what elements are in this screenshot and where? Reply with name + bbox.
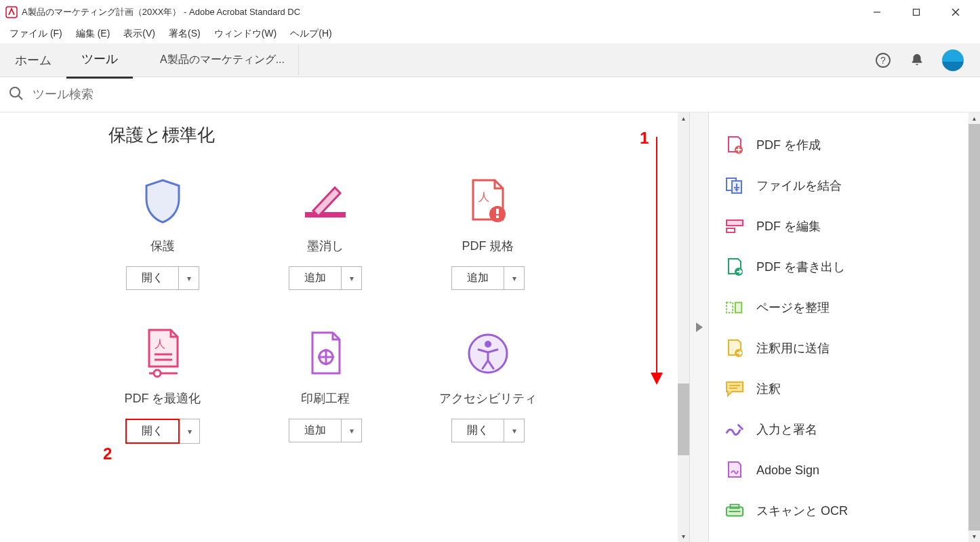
svg-rect-13 — [496, 215, 499, 218]
scan-ocr-icon — [725, 501, 744, 520]
panel-collapse-button[interactable] — [690, 112, 709, 542]
scroll-up-arrow[interactable]: ▴ — [678, 112, 689, 124]
rpanel-scrollbar[interactable]: ▴ ▾ — [968, 112, 980, 542]
send-for-comments-icon — [725, 339, 744, 358]
rpanel-fill-sign-label: 入力と署名 — [756, 421, 817, 438]
tool-print-add-button[interactable]: 追加 — [289, 419, 342, 442]
acrobat-app-icon — [5, 6, 18, 18]
rpanel-send-comments[interactable]: 注釈用に送信 — [714, 328, 975, 369]
svg-rect-33 — [727, 228, 735, 232]
tool-print-label: 印刷工程 — [301, 390, 350, 406]
rpanel-adobe-sign[interactable]: Adobe Sign — [714, 450, 975, 491]
tool-redact: 墨消し 追加 ▾ — [244, 174, 407, 290]
account-avatar[interactable] — [942, 49, 964, 71]
rpanel-combine-label: ファイルを結合 — [756, 178, 842, 194]
tool-print-dropdown[interactable]: ▾ — [342, 419, 362, 442]
edit-pdf-icon — [725, 217, 744, 236]
menu-view[interactable]: 表示(V) — [117, 25, 162, 43]
svg-marker-25 — [696, 322, 703, 332]
svg-rect-36 — [735, 303, 741, 313]
svg-text:?: ? — [880, 55, 886, 66]
tool-accessibility: アクセシビリティ 開く ▾ — [407, 327, 569, 444]
scroll-down-arrow[interactable]: ▾ — [678, 530, 689, 542]
rpanel-scroll-down[interactable]: ▾ — [968, 530, 980, 542]
title-bar: A製品のマーケティング計画（20XX年） - Adobe Acrobat Sta… — [0, 0, 980, 24]
tool-redact-label: 墨消し — [307, 238, 344, 254]
rpanel-scroll-thumb[interactable] — [968, 124, 980, 530]
adobe-sign-icon — [725, 461, 744, 480]
menu-bar: ファイル (F) 編集 (E) 表示(V) 署名(S) ウィンドウ(W) ヘルプ… — [0, 24, 980, 43]
help-icon[interactable]: ? — [874, 51, 892, 69]
maximize-button[interactable] — [903, 2, 930, 22]
rpanel-comment[interactable]: 注釈 — [714, 369, 975, 409]
tool-standards-dropdown[interactable]: ▾ — [504, 266, 525, 290]
menu-sign[interactable]: 署名(S) — [162, 25, 207, 43]
tool-optimize-open-button[interactable]: 開く — [125, 419, 180, 444]
svg-point-7 — [10, 87, 20, 97]
redact-marker-icon — [298, 174, 352, 228]
tool-redact-add-button[interactable]: 追加 — [289, 266, 342, 290]
rpanel-organize-label: ページを整理 — [756, 299, 830, 316]
tool-standards-add-button[interactable]: 追加 — [451, 266, 504, 290]
rpanel-create-pdf-label: PDF を作成 — [756, 137, 821, 153]
close-button[interactable] — [942, 2, 969, 22]
tool-standards: 人 PDF 規格 追加 ▾ — [407, 174, 569, 290]
rpanel-scan-ocr-label: スキャンと OCR — [756, 503, 848, 519]
tool-accessibility-open-button[interactable]: 開く — [451, 419, 504, 442]
shield-icon — [136, 174, 190, 228]
tool-optimize-dropdown[interactable]: ▾ — [180, 419, 200, 444]
fill-sign-icon — [725, 420, 744, 439]
rpanel-scroll-up[interactable]: ▴ — [968, 112, 980, 124]
minimize-button[interactable] — [863, 2, 891, 22]
menu-help[interactable]: ヘルプ(H) — [283, 25, 338, 43]
center-scrollbar[interactable]: ▴ ▾ — [678, 112, 689, 542]
menu-edit[interactable]: 編集 (E) — [69, 25, 117, 43]
rpanel-create-pdf[interactable]: PDF を作成 — [714, 125, 975, 165]
svg-rect-2 — [914, 9, 920, 16]
rpanel-edit-label: PDF を編集 — [756, 218, 821, 234]
organize-pages-icon — [725, 298, 744, 317]
tool-protect-open-button[interactable]: 開く — [126, 266, 179, 290]
search-input[interactable] — [33, 87, 972, 102]
svg-point-23 — [485, 341, 491, 348]
svg-rect-9 — [305, 212, 346, 217]
tool-accessibility-label: アクセシビリティ — [439, 390, 537, 406]
tool-standards-label: PDF 規格 — [462, 238, 514, 254]
search-icon — [8, 85, 24, 104]
svg-text:人: 人 — [155, 338, 165, 350]
tool-protect-label: 保護 — [150, 238, 175, 254]
tool-protect: 保護 開く ▾ — [81, 174, 244, 290]
export-pdf-icon — [725, 257, 744, 276]
tool-protect-dropdown[interactable]: ▾ — [179, 266, 199, 290]
right-tools-panel: PDF を作成 ファイルを結合 PDF を編集 PDF を書き出し ページを整理… — [709, 112, 980, 542]
notifications-icon[interactable] — [908, 51, 926, 69]
comment-icon — [725, 379, 744, 398]
svg-line-8 — [18, 96, 22, 100]
tool-accessibility-dropdown[interactable]: ▾ — [504, 419, 525, 442]
svg-text:人: 人 — [478, 191, 489, 203]
rpanel-send-comments-label: 注釈用に送信 — [756, 340, 830, 356]
rpanel-organize[interactable]: ページを整理 — [714, 287, 975, 328]
svg-rect-32 — [727, 220, 743, 226]
tab-document[interactable]: A製品のマーケティング... — [146, 45, 299, 75]
menu-window[interactable]: ウィンドウ(W) — [207, 25, 284, 43]
rpanel-combine[interactable]: ファイルを結合 — [714, 165, 975, 206]
tool-print-production: 印刷工程 追加 ▾ — [244, 327, 407, 444]
tools-center-panel: 保護と標準化 保護 開く ▾ — [0, 112, 689, 471]
tab-tools[interactable]: ツール — [66, 41, 133, 79]
rpanel-scan-ocr[interactable]: スキャンと OCR — [714, 491, 975, 531]
tab-home[interactable]: ホーム — [0, 43, 66, 78]
combine-files-icon — [725, 176, 744, 195]
rpanel-edit[interactable]: PDF を編集 — [714, 206, 975, 247]
rpanel-fill-sign[interactable]: 入力と署名 — [714, 409, 975, 450]
section-title: 保護と標準化 — [108, 123, 689, 147]
create-pdf-icon — [725, 136, 744, 154]
pdf-standards-icon: 人 — [461, 174, 515, 228]
tool-optimize: 人 PDF を最適化 開く ▾ — [81, 327, 244, 444]
scroll-thumb[interactable] — [678, 383, 689, 455]
rpanel-comment-label: 注釈 — [756, 381, 781, 397]
rpanel-export[interactable]: PDF を書き出し — [714, 247, 975, 287]
menu-file[interactable]: ファイル (F) — [3, 25, 69, 43]
accessibility-icon — [461, 327, 515, 381]
tool-redact-dropdown[interactable]: ▾ — [342, 266, 362, 290]
